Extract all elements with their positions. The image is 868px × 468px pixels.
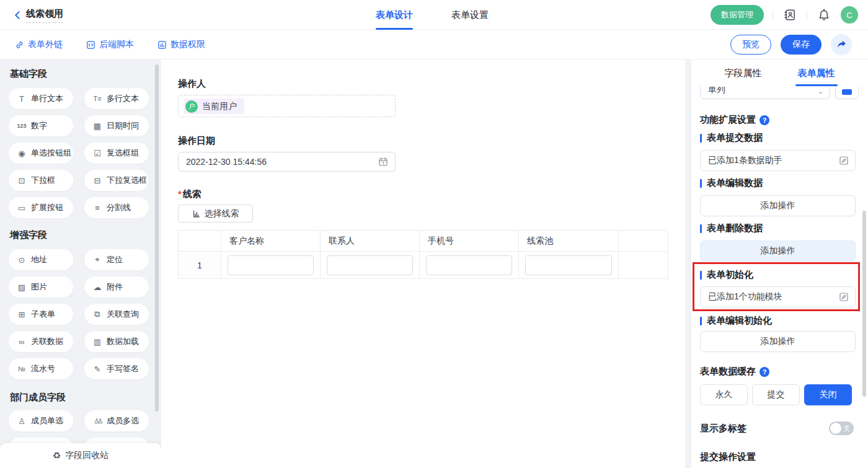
help-icon[interactable] (760, 367, 769, 377)
subtable-row: 1 (179, 252, 668, 279)
edit-icon[interactable] (839, 156, 849, 166)
extend-button-icon: ▭ (17, 203, 27, 213)
edit-icon[interactable] (839, 292, 849, 302)
delete-data-add-button[interactable]: 添加操作 (700, 241, 856, 262)
clue-pool-cell-input[interactable] (525, 255, 612, 275)
tab-field-properties[interactable]: 字段属性 (725, 60, 762, 87)
user-avatar[interactable]: C (841, 6, 858, 24)
field-multi-dropdown[interactable]: ⊟下拉复选框 (84, 170, 149, 191)
field-label: 数据加载 (107, 336, 139, 347)
field-divider-line[interactable]: ≡分割线 (84, 197, 149, 218)
page-title[interactable]: 线索领用 (26, 8, 63, 23)
submit-ops-text: 提交操作设置 (700, 451, 756, 463)
layout-action-icon (842, 89, 852, 95)
contact-cell-input[interactable] (327, 255, 413, 275)
clue-subtable: 客户名称 联系人 手机号 线索池 1 (178, 230, 668, 279)
layout-action-button[interactable] (835, 87, 859, 99)
cache-option-submit[interactable]: 提交 (752, 384, 800, 405)
operate-date-input[interactable] (178, 152, 396, 172)
save-button[interactable]: 保存 (781, 35, 822, 55)
person-icon: ♙ (17, 417, 27, 426)
submit-data-input[interactable]: 已添加1条数据助手 (700, 150, 856, 171)
field-signature[interactable]: ✎手写签名 (84, 358, 149, 379)
form-external-link[interactable]: 表单外链 (15, 39, 63, 50)
tab-form-design[interactable]: 表单设计 (376, 0, 413, 30)
layout-select-value: 单列 (708, 87, 725, 95)
contact-book-button[interactable] (782, 7, 798, 23)
recycle-label: 字段回收站 (65, 450, 108, 461)
phone-cell-input[interactable] (426, 255, 512, 275)
data-permission-icon (157, 40, 167, 50)
edit-init-add-button[interactable]: 添加操作 (700, 331, 856, 352)
select-clue-button[interactable]: 选择线索 (178, 205, 253, 223)
field-label: 定位 (107, 254, 123, 265)
field-member-multi[interactable]: ♙♙成员多选 (84, 410, 149, 431)
sidebar-scrollbar[interactable] (155, 64, 159, 412)
field-label: 关联数据 (31, 336, 63, 347)
field-recycle-bin[interactable]: ♻ 字段回收站 (0, 443, 161, 468)
radio-icon: ◉ (17, 149, 27, 158)
multi-tab-toggle[interactable]: 关 (829, 422, 854, 435)
form-canvas: 操作人 户 当前用户 操作日期 *线索 选择线索 客户名称 联系人 (161, 60, 685, 468)
date-value-input[interactable] (179, 157, 378, 167)
bell-icon (818, 9, 830, 21)
notification-button[interactable] (816, 7, 832, 23)
date-field-label: 操作日期 (178, 135, 215, 147)
cache-option-forever[interactable]: 永久 (700, 384, 748, 405)
field-image[interactable]: ▨图片 (9, 276, 73, 298)
extension-settings-title: 功能扩展设置 (700, 114, 769, 126)
data-manage-button[interactable]: 数据管理 (711, 5, 764, 25)
clipped-scroll-region: 单列 ⌄ (691, 87, 868, 100)
field-multi-line-text[interactable]: T≡多行文本 (84, 88, 149, 109)
field-datetime[interactable]: ▦日期时间 (84, 115, 149, 136)
back-button[interactable] (10, 7, 25, 22)
field-label: 成员多选 (107, 415, 139, 426)
field-checkbox-group[interactable]: ☑复选框组 (84, 143, 149, 164)
cache-option-close[interactable]: 关闭 (804, 384, 852, 405)
field-serial-number[interactable]: №流水号 (9, 358, 73, 379)
divider (773, 10, 773, 20)
edit-data-add-button[interactable]: 添加操作 (700, 195, 856, 216)
tab-form-properties[interactable]: 表单属性 (798, 60, 835, 87)
field-member-single[interactable]: ♙成员单选 (9, 410, 73, 431)
backend-script-label: 后端脚本 (99, 39, 134, 50)
field-extend-button[interactable]: ▭扩展按钮 (9, 197, 73, 218)
field-label: 图片 (31, 281, 47, 293)
submit-data-text: 表单提交数据 (707, 132, 763, 144)
current-user-chip[interactable]: 户 当前用户 (184, 99, 244, 114)
single-line-text-icon: T (17, 94, 27, 104)
help-icon[interactable] (760, 115, 769, 125)
layout-select[interactable]: 单列 ⌄ (700, 87, 830, 99)
field-single-line-text[interactable]: T单行文本 (9, 88, 73, 109)
tab-form-settings[interactable]: 表单设置 (451, 0, 489, 30)
field-data-load[interactable]: ▥数据加载 (84, 331, 149, 352)
field-address[interactable]: ⊙地址 (9, 249, 73, 270)
field-dropdown[interactable]: ⊡下拉框 (9, 170, 73, 191)
panel-scrollbar[interactable] (862, 211, 866, 397)
field-number[interactable]: 123数字 (9, 115, 73, 136)
operator-field[interactable]: 户 当前用户 (178, 95, 396, 117)
edit-data-section-title: 表单编辑数据 (700, 177, 763, 189)
subform-icon: ⊞ (17, 310, 27, 319)
header-tabs: 表单设计 表单设置 (376, 0, 489, 30)
clue-label-text: 线索 (183, 188, 202, 199)
field-relation-query[interactable]: ⧉关联查询 (84, 304, 149, 325)
divider (807, 10, 807, 20)
data-permission-label: 数据权限 (170, 39, 205, 50)
field-attachment[interactable]: ☁附件 (84, 276, 149, 298)
field-radio-group[interactable]: ◉单选按钮组 (9, 143, 73, 164)
field-relation-data[interactable]: ∞关联数据 (9, 331, 73, 352)
preview-button[interactable]: 预览 (730, 35, 771, 55)
form-init-input[interactable]: 已添加1个功能模块 (700, 286, 856, 307)
share-button[interactable] (831, 34, 852, 55)
backend-script-link[interactable]: 后端脚本 (86, 39, 134, 50)
field-location[interactable]: ⌖定位 (84, 249, 149, 270)
delete-data-text: 表单删除数据 (707, 223, 763, 234)
data-permission-link[interactable]: 数据权限 (157, 39, 205, 50)
field-palette-sidebar: 基础字段 T单行文本 T≡多行文本 123数字 ▦日期时间 ◉单选按钮组 ☑复选… (0, 60, 161, 468)
field-label: 多行文本 (107, 93, 139, 104)
field-subform[interactable]: ⊞子表单 (9, 304, 73, 325)
extension-settings-text: 功能扩展设置 (700, 114, 756, 126)
field-label: 日期时间 (107, 120, 139, 131)
customer-name-cell-input[interactable] (228, 255, 314, 275)
